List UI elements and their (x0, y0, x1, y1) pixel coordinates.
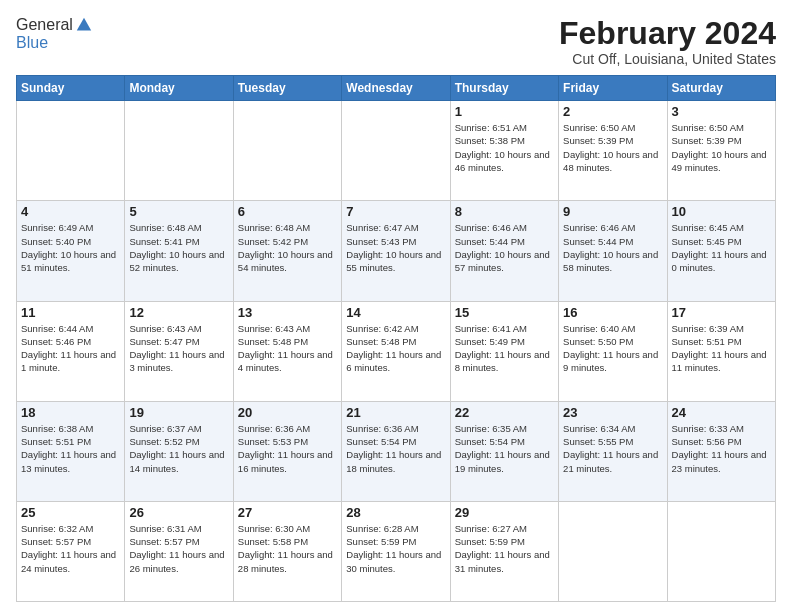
day-number: 27 (238, 505, 337, 520)
calendar-table: Sunday Monday Tuesday Wednesday Thursday… (16, 75, 776, 602)
day-number: 13 (238, 305, 337, 320)
calendar-cell: 2Sunrise: 6:50 AM Sunset: 5:39 PM Daylig… (559, 101, 667, 201)
day-info: Sunrise: 6:49 AM Sunset: 5:40 PM Dayligh… (21, 221, 120, 274)
day-info: Sunrise: 6:28 AM Sunset: 5:59 PM Dayligh… (346, 522, 445, 575)
day-number: 19 (129, 405, 228, 420)
day-info: Sunrise: 6:41 AM Sunset: 5:49 PM Dayligh… (455, 322, 554, 375)
page: General Blue February 2024 Cut Off, Loui… (0, 0, 792, 612)
calendar-cell: 24Sunrise: 6:33 AM Sunset: 5:56 PM Dayli… (667, 401, 775, 501)
calendar-cell: 5Sunrise: 6:48 AM Sunset: 5:41 PM Daylig… (125, 201, 233, 301)
col-tuesday: Tuesday (233, 76, 341, 101)
calendar-cell: 14Sunrise: 6:42 AM Sunset: 5:48 PM Dayli… (342, 301, 450, 401)
day-number: 26 (129, 505, 228, 520)
calendar-cell: 29Sunrise: 6:27 AM Sunset: 5:59 PM Dayli… (450, 501, 558, 601)
day-number: 2 (563, 104, 662, 119)
day-info: Sunrise: 6:40 AM Sunset: 5:50 PM Dayligh… (563, 322, 662, 375)
calendar-cell: 27Sunrise: 6:30 AM Sunset: 5:58 PM Dayli… (233, 501, 341, 601)
day-info: Sunrise: 6:36 AM Sunset: 5:53 PM Dayligh… (238, 422, 337, 475)
calendar-header-row: Sunday Monday Tuesday Wednesday Thursday… (17, 76, 776, 101)
day-info: Sunrise: 6:30 AM Sunset: 5:58 PM Dayligh… (238, 522, 337, 575)
logo-general-text: General (16, 16, 73, 34)
day-info: Sunrise: 6:38 AM Sunset: 5:51 PM Dayligh… (21, 422, 120, 475)
calendar-cell: 28Sunrise: 6:28 AM Sunset: 5:59 PM Dayli… (342, 501, 450, 601)
day-info: Sunrise: 6:43 AM Sunset: 5:47 PM Dayligh… (129, 322, 228, 375)
calendar-cell: 4Sunrise: 6:49 AM Sunset: 5:40 PM Daylig… (17, 201, 125, 301)
col-saturday: Saturday (667, 76, 775, 101)
day-number: 12 (129, 305, 228, 320)
day-number: 1 (455, 104, 554, 119)
day-number: 16 (563, 305, 662, 320)
day-number: 17 (672, 305, 771, 320)
day-info: Sunrise: 6:46 AM Sunset: 5:44 PM Dayligh… (455, 221, 554, 274)
calendar-cell: 21Sunrise: 6:36 AM Sunset: 5:54 PM Dayli… (342, 401, 450, 501)
day-info: Sunrise: 6:47 AM Sunset: 5:43 PM Dayligh… (346, 221, 445, 274)
day-number: 9 (563, 204, 662, 219)
title-block: February 2024 Cut Off, Louisiana, United… (559, 16, 776, 67)
calendar-cell: 17Sunrise: 6:39 AM Sunset: 5:51 PM Dayli… (667, 301, 775, 401)
svg-marker-0 (77, 18, 91, 31)
calendar-cell (342, 101, 450, 201)
logo: General Blue (16, 16, 93, 52)
calendar-cell: 10Sunrise: 6:45 AM Sunset: 5:45 PM Dayli… (667, 201, 775, 301)
day-number: 18 (21, 405, 120, 420)
day-info: Sunrise: 6:44 AM Sunset: 5:46 PM Dayligh… (21, 322, 120, 375)
day-info: Sunrise: 6:46 AM Sunset: 5:44 PM Dayligh… (563, 221, 662, 274)
day-info: Sunrise: 6:36 AM Sunset: 5:54 PM Dayligh… (346, 422, 445, 475)
day-number: 22 (455, 405, 554, 420)
day-info: Sunrise: 6:42 AM Sunset: 5:48 PM Dayligh… (346, 322, 445, 375)
day-info: Sunrise: 6:39 AM Sunset: 5:51 PM Dayligh… (672, 322, 771, 375)
day-number: 20 (238, 405, 337, 420)
logo-icon (75, 16, 93, 34)
calendar-cell: 20Sunrise: 6:36 AM Sunset: 5:53 PM Dayli… (233, 401, 341, 501)
calendar-cell: 9Sunrise: 6:46 AM Sunset: 5:44 PM Daylig… (559, 201, 667, 301)
col-friday: Friday (559, 76, 667, 101)
calendar-cell (125, 101, 233, 201)
day-info: Sunrise: 6:50 AM Sunset: 5:39 PM Dayligh… (672, 121, 771, 174)
day-info: Sunrise: 6:32 AM Sunset: 5:57 PM Dayligh… (21, 522, 120, 575)
calendar-cell: 11Sunrise: 6:44 AM Sunset: 5:46 PM Dayli… (17, 301, 125, 401)
calendar-cell: 25Sunrise: 6:32 AM Sunset: 5:57 PM Dayli… (17, 501, 125, 601)
day-number: 11 (21, 305, 120, 320)
day-number: 4 (21, 204, 120, 219)
day-info: Sunrise: 6:51 AM Sunset: 5:38 PM Dayligh… (455, 121, 554, 174)
day-info: Sunrise: 6:37 AM Sunset: 5:52 PM Dayligh… (129, 422, 228, 475)
calendar-cell: 18Sunrise: 6:38 AM Sunset: 5:51 PM Dayli… (17, 401, 125, 501)
day-info: Sunrise: 6:27 AM Sunset: 5:59 PM Dayligh… (455, 522, 554, 575)
logo-blue-text: Blue (16, 34, 93, 52)
day-number: 5 (129, 204, 228, 219)
calendar-cell: 13Sunrise: 6:43 AM Sunset: 5:48 PM Dayli… (233, 301, 341, 401)
day-info: Sunrise: 6:50 AM Sunset: 5:39 PM Dayligh… (563, 121, 662, 174)
day-info: Sunrise: 6:48 AM Sunset: 5:42 PM Dayligh… (238, 221, 337, 274)
calendar-cell (233, 101, 341, 201)
col-monday: Monday (125, 76, 233, 101)
calendar-cell (667, 501, 775, 601)
col-wednesday: Wednesday (342, 76, 450, 101)
day-number: 29 (455, 505, 554, 520)
calendar-cell: 7Sunrise: 6:47 AM Sunset: 5:43 PM Daylig… (342, 201, 450, 301)
calendar-cell: 16Sunrise: 6:40 AM Sunset: 5:50 PM Dayli… (559, 301, 667, 401)
day-info: Sunrise: 6:31 AM Sunset: 5:57 PM Dayligh… (129, 522, 228, 575)
col-sunday: Sunday (17, 76, 125, 101)
day-number: 15 (455, 305, 554, 320)
calendar-cell: 22Sunrise: 6:35 AM Sunset: 5:54 PM Dayli… (450, 401, 558, 501)
calendar-cell (17, 101, 125, 201)
day-number: 3 (672, 104, 771, 119)
calendar-cell: 3Sunrise: 6:50 AM Sunset: 5:39 PM Daylig… (667, 101, 775, 201)
header: General Blue February 2024 Cut Off, Loui… (16, 16, 776, 67)
day-info: Sunrise: 6:45 AM Sunset: 5:45 PM Dayligh… (672, 221, 771, 274)
day-number: 14 (346, 305, 445, 320)
calendar-cell: 15Sunrise: 6:41 AM Sunset: 5:49 PM Dayli… (450, 301, 558, 401)
day-number: 10 (672, 204, 771, 219)
day-number: 6 (238, 204, 337, 219)
calendar-cell: 26Sunrise: 6:31 AM Sunset: 5:57 PM Dayli… (125, 501, 233, 601)
location: Cut Off, Louisiana, United States (559, 51, 776, 67)
month-title: February 2024 (559, 16, 776, 51)
day-info: Sunrise: 6:33 AM Sunset: 5:56 PM Dayligh… (672, 422, 771, 475)
col-thursday: Thursday (450, 76, 558, 101)
calendar-cell (559, 501, 667, 601)
day-number: 8 (455, 204, 554, 219)
day-number: 25 (21, 505, 120, 520)
calendar-cell: 8Sunrise: 6:46 AM Sunset: 5:44 PM Daylig… (450, 201, 558, 301)
calendar-cell: 1Sunrise: 6:51 AM Sunset: 5:38 PM Daylig… (450, 101, 558, 201)
day-info: Sunrise: 6:43 AM Sunset: 5:48 PM Dayligh… (238, 322, 337, 375)
